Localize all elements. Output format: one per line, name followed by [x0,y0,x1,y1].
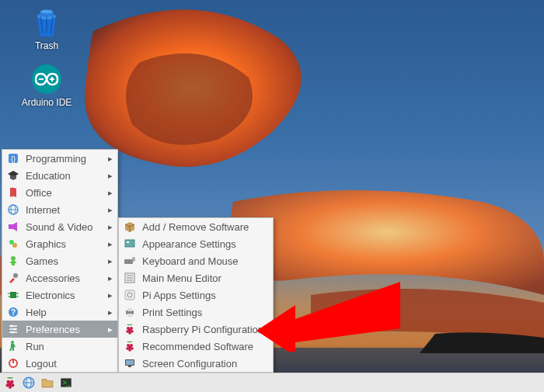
svg-point-32 [12,331,14,334]
svg-rect-45 [125,290,134,300]
sound-video-icon [7,220,19,233]
menu-item-label: Electronics [19,290,108,301]
svg-rect-38 [127,241,129,243]
svg-point-33 [11,341,14,344]
appearance-icon [124,238,136,250]
raspberry-icon [124,340,136,352]
menu-item-label: Help [19,307,108,318]
menu-item-label: Internet [19,204,108,216]
menu-item-sound-video[interactable]: Sound & Video ▸ [2,218,117,235]
web-browser-icon[interactable] [22,376,36,390]
menu-item-label: Games [19,255,108,267]
screen-icon [124,357,136,369]
submenu-arrow-icon: ▸ [108,256,113,266]
menu-item-label: Accessories [19,272,108,284]
submenu-arrow-icon: ▸ [108,273,113,283]
submenu-item-add-remove-software[interactable]: Add / Remove Software [119,218,273,235]
submenu-item-keyboard-mouse[interactable]: Keyboard and Mouse [119,252,273,269]
svg-point-16 [11,256,16,261]
electronics-icon [7,289,19,301]
svg-point-15 [12,243,17,248]
menu-item-logout[interactable]: Logout [2,355,117,372]
taskbar: >_ [0,373,544,392]
svg-point-61 [128,349,131,352]
submenu-arrow-icon: ▸ [108,307,113,317]
svg-text:{}: {} [11,155,16,163]
svg-text:>_: >_ [63,379,71,387]
submenu-item-label: Recommended Software [136,341,268,352]
menu-item-programming[interactable]: {} Programming ▸ [2,150,117,167]
office-icon [7,186,19,199]
raspberry-icon [124,323,136,335]
submenu-item-appearance-settings[interactable]: Appearance Settings [119,235,273,252]
submenu-item-pi-apps-settings[interactable]: Pi Apps Settings [119,286,273,304]
terminal-icon[interactable]: >_ [59,376,73,390]
pi-apps-icon [124,289,136,301]
svg-rect-49 [127,314,132,317]
preferences-icon [7,323,19,335]
submenu-arrow-icon: ▸ [108,239,113,249]
svg-point-70 [11,383,14,387]
menu-item-games[interactable]: Games ▸ [2,252,117,269]
preferences-submenu: Add / Remove Software Appearance Setting… [118,217,274,373]
svg-point-60 [131,347,134,350]
desktop-icon-trash[interactable]: Trash [16,6,78,51]
svg-point-40 [132,257,135,262]
submenu-item-print-settings[interactable]: Print Settings [119,304,273,321]
desktop-icon-label: Arduino IDE [22,97,72,108]
submenu-item-recommended-software[interactable]: Recommended Software [119,338,273,355]
start-menu-icon[interactable] [3,376,17,390]
submenu-item-label: Screen Configuration [136,358,268,369]
menu-item-label: Logout [19,358,113,369]
svg-point-53 [126,330,129,333]
logout-icon [7,357,19,369]
svg-rect-64 [128,366,131,367]
menu-item-label: Graphics [19,238,108,250]
desktop-icon-arduino[interactable]: Arduino IDE [16,63,78,108]
keyboard-mouse-icon [124,255,136,267]
menu-item-education[interactable]: Education ▸ [2,167,117,184]
trash-icon [30,6,63,39]
accessories-icon [7,272,19,284]
desktop-icon-label: Trash [35,40,58,51]
internet-icon [7,203,19,216]
submenu-item-main-menu-editor[interactable]: Main Menu Editor [119,269,273,286]
svg-point-3 [40,10,53,14]
menu-item-preferences[interactable]: Preferences ▸ [2,321,117,338]
menu-item-help[interactable]: ? Help ▸ [2,304,117,321]
submenu-item-label: Print Settings [136,307,268,318]
menu-item-graphics[interactable]: Graphics ▸ [2,235,117,252]
menu-item-run[interactable]: Run [2,338,117,355]
submenu-item-label: Main Menu Editor [136,272,268,284]
svg-point-71 [9,386,12,389]
svg-rect-13 [9,224,13,229]
graphics-icon [7,238,19,250]
menu-item-electronics[interactable]: Electronics ▸ [2,286,117,304]
file-manager-icon[interactable] [40,376,54,390]
menu-item-accessories[interactable]: Accessories ▸ [2,269,117,286]
help-icon: ? [7,306,19,318]
menu-editor-icon [124,272,136,284]
submenu-arrow-icon: ▸ [108,290,113,300]
svg-point-30 [14,328,16,331]
run-icon [7,340,19,352]
menu-item-internet[interactable]: Internet ▸ [2,201,117,218]
svg-point-19 [13,273,18,278]
arduino-icon [30,63,63,95]
menu-item-label: Office [19,187,108,199]
submenu-item-raspberry-pi-configuration[interactable]: Raspberry Pi Configuration [119,321,273,338]
svg-point-69 [6,383,9,387]
menu-item-label: Run [19,341,113,352]
submenu-arrow-icon: ▸ [108,188,113,198]
submenu-arrow-icon: ▸ [108,154,113,164]
svg-rect-20 [10,292,16,298]
submenu-arrow-icon: ▸ [108,222,113,232]
menu-item-office[interactable]: Office ▸ [2,184,117,201]
svg-point-55 [128,331,131,335]
submenu-item-label: Add / Remove Software [136,221,268,233]
submenu-item-label: Raspberry Pi Configuration [136,324,268,335]
submenu-item-screen-configuration[interactable]: Screen Configuration [119,355,273,372]
submenu-arrow-icon: ▸ [108,324,113,335]
submenu-item-label: Keyboard and Mouse [136,255,268,267]
desktop-icons-area: Trash Arduino IDE [16,6,78,108]
